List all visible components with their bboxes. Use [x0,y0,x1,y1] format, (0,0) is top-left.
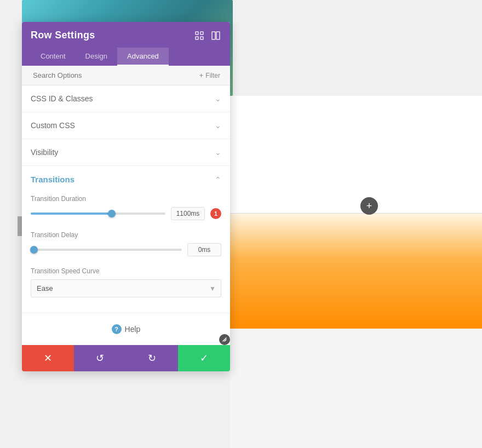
undo-button[interactable]: ↺ [74,345,126,371]
filter-label: Filter [205,72,220,79]
fullscreen-icon[interactable] [194,30,205,41]
transition-duration-label: Transition Duration [31,195,221,203]
svg-rect-3 [200,37,203,39]
add-element-button[interactable]: + [360,197,378,215]
transition-duration-slider[interactable] [31,212,165,215]
slider-track [31,212,165,215]
custom-css-label: Custom CSS [31,121,75,130]
visibility-section[interactable]: Visibility ⌄ [22,139,230,166]
transitions-chevron: ⌃ [215,175,221,184]
transition-delay-value[interactable]: 0ms [187,243,221,256]
cancel-button[interactable]: ✕ [22,345,74,371]
resize-handle[interactable] [219,334,230,345]
plus-icon: + [366,200,372,212]
transition-duration-slider-row: 1100ms 1 [31,207,221,220]
cancel-icon: ✕ [44,352,52,364]
transitions-section: Transitions ⌃ Transition Duration 1100ms… [22,166,230,313]
css-id-classes-section[interactable]: CSS ID & Classes ⌄ [22,85,230,112]
custom-css-section[interactable]: Custom CSS ⌄ [22,112,230,139]
transition-speed-curve-group: Transition Speed Curve Ease Linear Ease … [22,263,230,304]
help-label: Help [125,325,141,334]
redo-icon: ↻ [148,352,156,364]
search-bar: + Filter [22,66,230,85]
visibility-label: Visibility [31,148,58,157]
canvas-orange-area [230,214,482,329]
svg-rect-2 [196,37,198,39]
transition-duration-group: Transition Duration 1100ms 1 [22,191,230,227]
redo-button[interactable]: ↻ [126,345,178,371]
filter-icon: + [199,71,204,79]
delay-slider-track [31,249,182,251]
tab-advanced[interactable]: Advanced [117,48,169,66]
svg-rect-1 [200,32,203,35]
custom-css-chevron: ⌄ [215,121,221,130]
svg-rect-5 [216,32,220,39]
tab-design[interactable]: Design [76,48,117,66]
transitions-header[interactable]: Transitions ⌃ [22,166,230,191]
row-settings-panel: Row Settings [22,22,230,371]
speed-curve-select-row: Ease Linear Ease In Ease Out Ease In Out… [31,279,221,297]
speed-curve-select[interactable]: Ease Linear Ease In Ease Out Ease In Out [31,279,221,297]
help-section[interactable]: ? Help [22,313,230,345]
svg-rect-4 [212,32,215,39]
panel-body: CSS ID & Classes ⌄ Custom CSS ⌄ Visibili… [22,85,230,345]
help-icon: ? [112,324,122,334]
transition-delay-group: Transition Delay 0ms [22,227,230,263]
slider-fill [31,212,112,215]
transitions-title: Transitions [31,175,74,184]
columns-icon[interactable] [210,30,221,41]
transition-speed-curve-label: Transition Speed Curve [31,267,221,275]
transition-delay-slider-row: 0ms [31,243,221,256]
panel-title: Row Settings [31,30,95,41]
css-id-classes-label: CSS ID & Classes [31,94,93,103]
transition-duration-badge: 1 [210,208,221,219]
bottom-toolbar: ✕ ↺ ↻ ✓ [22,345,230,371]
transition-delay-slider[interactable] [31,249,182,251]
save-icon: ✓ [200,352,208,364]
save-button[interactable]: ✓ [178,345,230,371]
panel-header-top: Row Settings [31,30,221,41]
slider-thumb[interactable] [108,210,116,217]
panel-header: Row Settings [22,22,230,66]
svg-rect-0 [196,32,198,35]
canvas-bottom-area [230,329,482,448]
panel-header-icons [194,30,221,41]
search-input[interactable] [28,66,196,85]
transition-delay-label: Transition Delay [31,231,221,239]
panel-tabs: Content Design Advanced [31,48,221,66]
visibility-chevron: ⌄ [215,148,221,157]
css-id-classes-chevron: ⌄ [215,94,221,103]
undo-icon: ↺ [96,352,104,364]
delay-slider-thumb[interactable] [30,246,38,254]
canvas-white-area [230,96,482,214]
tab-content[interactable]: Content [31,48,76,66]
transition-duration-value[interactable]: 1100ms [171,207,205,220]
filter-button[interactable]: + Filter [196,69,223,82]
